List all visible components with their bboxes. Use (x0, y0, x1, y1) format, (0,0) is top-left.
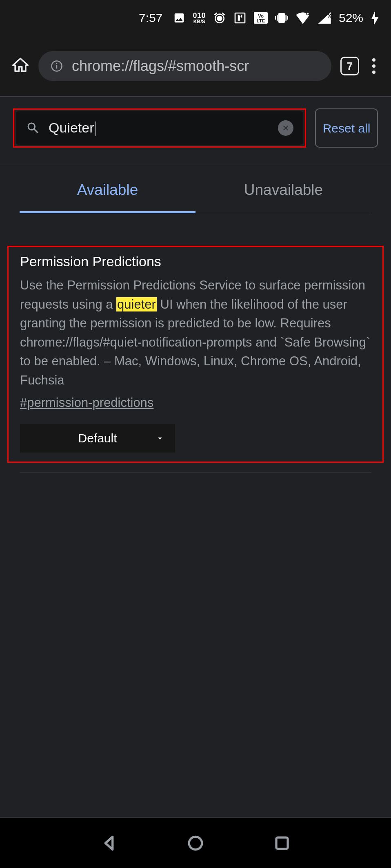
url-text: chrome://flags/#smooth-scr (72, 57, 249, 75)
reset-all-button[interactable]: Reset all (315, 108, 378, 148)
search-highlight: Quieter (13, 108, 306, 148)
home-button[interactable] (11, 56, 29, 76)
nav-recents-button[interactable] (273, 835, 291, 852)
divider (20, 473, 371, 473)
svg-text:Vo: Vo (258, 13, 264, 18)
wifi-icon (295, 12, 310, 24)
nav-back-button[interactable] (100, 835, 118, 852)
svg-point-0 (217, 16, 222, 21)
search-input[interactable]: Quieter (16, 111, 303, 145)
flag-title: Permission Predictions (20, 254, 371, 269)
clear-search-button[interactable] (278, 120, 293, 136)
status-time: 7:57 (139, 11, 162, 25)
flag-dropdown[interactable]: Default (20, 424, 175, 453)
menu-button[interactable] (368, 56, 380, 76)
chevron-down-icon (156, 434, 164, 443)
svg-rect-8 (56, 65, 58, 69)
svg-text:x: x (328, 12, 331, 19)
signal-icon: x (318, 12, 331, 24)
network-speed: 010 KB/S (193, 12, 206, 24)
close-icon (282, 124, 290, 132)
picture-icon (173, 12, 185, 24)
flag-anchor-link[interactable]: #permission-predictions (20, 395, 153, 410)
svg-point-5 (307, 13, 309, 15)
tab-unavailable[interactable]: Unavailable (196, 165, 371, 213)
flag-card-highlight: Permission Predictions Use the Permissio… (7, 246, 384, 463)
search-match-highlight: quieter (116, 297, 157, 311)
nfc-icon (233, 11, 247, 24)
search-row: Quieter Reset all (0, 97, 391, 159)
system-nav-bar (0, 817, 391, 868)
url-bar[interactable]: chrome://flags/#smooth-scr (38, 51, 331, 81)
charging-icon (371, 11, 380, 25)
svg-text:LTE: LTE (257, 18, 265, 23)
search-icon (26, 121, 40, 135)
browser-toolbar: chrome://flags/#smooth-scr 7 (0, 36, 391, 97)
flag-description: Use the Permission Predictions Service t… (20, 276, 371, 390)
search-value: Quieter (49, 120, 270, 136)
tab-switcher[interactable]: 7 (340, 57, 359, 75)
svg-rect-9 (56, 63, 58, 64)
status-bar: 7:57 010 KB/S VoLTE x 52% (0, 0, 391, 36)
vibrate-icon (275, 11, 288, 24)
volte-icon: VoLTE (254, 12, 268, 24)
svg-point-10 (189, 837, 202, 850)
tabs: Available Unavailable (0, 165, 391, 213)
battery-percent: 52% (339, 11, 363, 25)
nav-home-button[interactable] (187, 835, 204, 852)
alarm-icon (213, 11, 226, 24)
tab-available[interactable]: Available (20, 165, 196, 213)
svg-rect-11 (276, 837, 288, 849)
info-icon (51, 60, 63, 72)
